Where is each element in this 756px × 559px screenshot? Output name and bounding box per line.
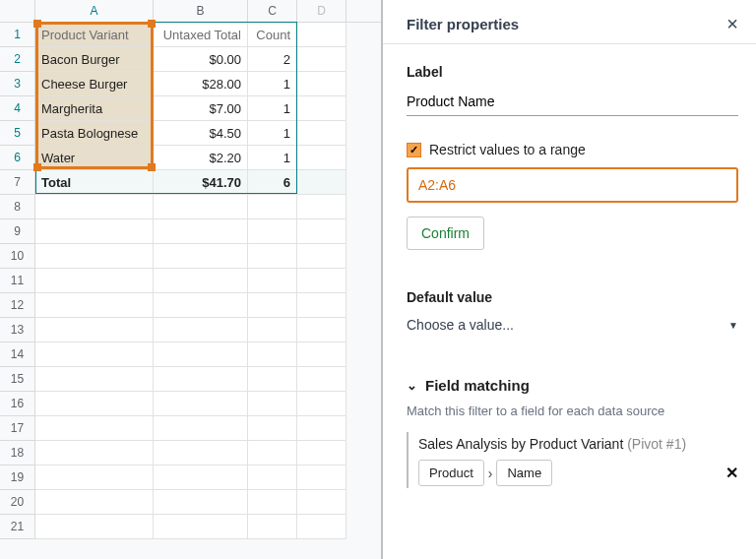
cell[interactable] xyxy=(297,416,346,441)
cell[interactable] xyxy=(248,441,297,466)
cell[interactable]: 6 xyxy=(248,170,297,195)
cell[interactable]: Margherita xyxy=(35,96,154,121)
cell[interactable] xyxy=(297,146,346,170)
row-header[interactable]: 2 xyxy=(0,47,35,72)
cell[interactable] xyxy=(297,490,346,515)
row-header[interactable]: 9 xyxy=(0,219,35,244)
cell[interactable]: 2 xyxy=(248,47,297,72)
cell[interactable] xyxy=(297,318,346,342)
remove-field-icon[interactable]: ✕ xyxy=(725,464,738,482)
row-header[interactable]: 5 xyxy=(0,121,35,146)
cell[interactable] xyxy=(248,342,297,367)
cell[interactable] xyxy=(35,367,154,392)
corner-cell[interactable] xyxy=(0,0,35,22)
cell[interactable]: Pasta Bolognese xyxy=(35,121,154,146)
cell[interactable] xyxy=(35,293,154,318)
cell[interactable] xyxy=(248,244,297,269)
cell[interactable] xyxy=(154,342,248,367)
cell[interactable]: 1 xyxy=(248,146,297,170)
label-input[interactable] xyxy=(407,90,738,116)
cell[interactable] xyxy=(248,490,297,515)
cell[interactable] xyxy=(248,416,297,441)
cell[interactable] xyxy=(297,269,346,293)
crumb-name[interactable]: Name xyxy=(496,460,552,486)
cell[interactable] xyxy=(35,441,154,466)
cell[interactable] xyxy=(297,515,346,539)
col-header-B[interactable]: B xyxy=(154,0,248,22)
default-value-dropdown[interactable]: Choose a value... ▼ xyxy=(407,313,738,338)
cell[interactable]: Cheese Burger xyxy=(35,72,154,96)
cell[interactable]: Untaxed Total xyxy=(154,23,248,47)
cell[interactable] xyxy=(35,318,154,342)
row-header[interactable]: 8 xyxy=(0,195,35,219)
cell[interactable] xyxy=(35,490,154,515)
cell[interactable]: Water xyxy=(35,146,154,170)
confirm-button[interactable]: Confirm xyxy=(407,217,484,250)
row-header[interactable]: 14 xyxy=(0,342,35,367)
cell[interactable] xyxy=(248,466,297,490)
cell[interactable] xyxy=(154,367,248,392)
cell[interactable] xyxy=(154,392,248,416)
cell[interactable] xyxy=(248,219,297,244)
row-header[interactable]: 3 xyxy=(0,72,35,96)
cell[interactable] xyxy=(154,244,248,269)
cell[interactable] xyxy=(154,269,248,293)
restrict-checkbox[interactable]: ✓ xyxy=(407,143,421,157)
col-header-A[interactable]: A xyxy=(35,0,154,22)
cell[interactable]: Product Variant xyxy=(35,23,154,47)
cell[interactable] xyxy=(248,392,297,416)
cell[interactable] xyxy=(297,195,346,219)
cell[interactable] xyxy=(297,47,346,72)
cell[interactable] xyxy=(297,219,346,244)
range-input[interactable] xyxy=(407,167,738,203)
row-header[interactable]: 7 xyxy=(0,170,35,195)
cell[interactable] xyxy=(35,195,154,219)
row-header[interactable]: 18 xyxy=(0,441,35,466)
cell[interactable] xyxy=(35,219,154,244)
cell[interactable] xyxy=(154,195,248,219)
field-matching-toggle[interactable]: ⌄ Field matching xyxy=(407,377,738,394)
spreadsheet[interactable]: A B C D 1Product VariantUntaxed TotalCou… xyxy=(0,0,382,559)
col-header-D[interactable]: D xyxy=(297,0,346,22)
cell[interactable] xyxy=(248,195,297,219)
cell[interactable] xyxy=(35,244,154,269)
cell[interactable] xyxy=(154,441,248,466)
cell[interactable]: 1 xyxy=(248,121,297,146)
col-header-C[interactable]: C xyxy=(248,0,297,22)
cell[interactable] xyxy=(297,96,346,121)
cell[interactable] xyxy=(248,293,297,318)
cell[interactable] xyxy=(297,367,346,392)
cell[interactable]: $0.00 xyxy=(154,47,248,72)
cell[interactable] xyxy=(154,416,248,441)
cell[interactable] xyxy=(154,318,248,342)
cell[interactable] xyxy=(297,441,346,466)
cell[interactable] xyxy=(248,515,297,539)
cell[interactable] xyxy=(154,515,248,539)
cell[interactable]: Bacon Burger xyxy=(35,47,154,72)
row-header[interactable]: 6 xyxy=(0,146,35,170)
cell[interactable]: 1 xyxy=(248,96,297,121)
cell[interactable] xyxy=(297,392,346,416)
cell[interactable] xyxy=(297,170,346,195)
cell[interactable] xyxy=(297,121,346,146)
cell[interactable] xyxy=(248,269,297,293)
cell[interactable] xyxy=(35,269,154,293)
cell[interactable] xyxy=(154,490,248,515)
cell[interactable] xyxy=(35,515,154,539)
row-header[interactable]: 1 xyxy=(0,23,35,47)
row-header[interactable]: 13 xyxy=(0,318,35,342)
row-header[interactable]: 10 xyxy=(0,244,35,269)
close-icon[interactable]: × xyxy=(726,14,738,33)
cell[interactable] xyxy=(35,466,154,490)
cell[interactable] xyxy=(297,23,346,47)
cell[interactable]: $41.70 xyxy=(154,170,248,195)
cell[interactable] xyxy=(297,293,346,318)
cell[interactable]: $28.00 xyxy=(154,72,248,96)
cell[interactable] xyxy=(154,466,248,490)
cell[interactable] xyxy=(297,72,346,96)
cell[interactable] xyxy=(154,293,248,318)
row-header[interactable]: 12 xyxy=(0,293,35,318)
row-header[interactable]: 15 xyxy=(0,367,35,392)
cell[interactable] xyxy=(297,466,346,490)
row-header[interactable]: 19 xyxy=(0,466,35,490)
